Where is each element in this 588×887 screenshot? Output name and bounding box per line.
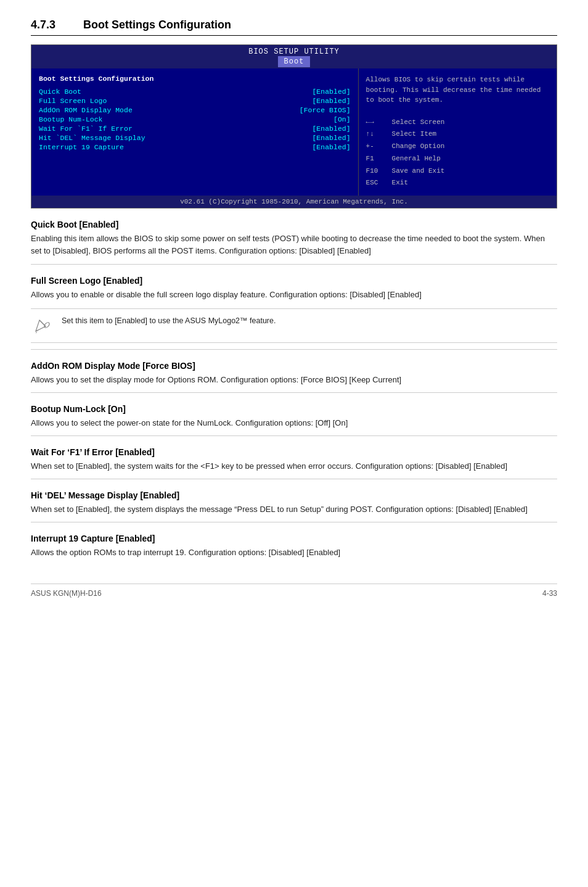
section-title: 4.7.3 Boot Settings Configuration [31, 19, 557, 36]
content-item-hit-del: Hit ‘DEL’ Message Display [Enabled]When … [31, 490, 557, 522]
section-divider [31, 392, 557, 393]
nav-item: ↑↓Select Item [366, 128, 549, 141]
section-heading: Boot Settings Configuration [83, 19, 231, 31]
bios-body: Boot Settings Configuration Quick Boot[E… [31, 68, 557, 196]
heading-interrupt-19: Interrupt 19 Capture [Enabled] [31, 534, 557, 543]
section-divider [31, 479, 557, 479]
bios-right-panel: Allows BIOS to skip certain tests while … [359, 68, 557, 196]
nav-key: F1 [366, 153, 390, 165]
body-quick-boot: Enabling this item allows the BIOS to sk… [31, 233, 557, 257]
heading-full-screen-logo: Full Screen Logo [Enabled] [31, 276, 557, 286]
bios-item[interactable]: Wait For `F1` If Error[Enabled] [39, 125, 351, 133]
bios-item[interactable]: Quick Boot[Enabled] [39, 88, 351, 96]
bios-item-value: [Enabled] [312, 143, 350, 151]
nav-item: ←→Select Screen [366, 117, 549, 129]
content-item-bootup-numlock: Bootup Num-Lock [On]Allows you to select… [31, 404, 557, 436]
svg-point-0 [43, 321, 50, 328]
body-full-screen-logo: Allows you to enable or disable the full… [31, 289, 557, 301]
content-item-full-screen-logo: Full Screen Logo [Enabled]Allows you to … [31, 276, 557, 350]
bios-item[interactable]: Hit `DEL` Message Display[Enabled] [39, 134, 351, 142]
nav-item: F10Save and Exit [366, 165, 549, 178]
bios-item[interactable]: Full Screen Logo[Enabled] [39, 97, 351, 105]
svg-line-1 [36, 332, 37, 333]
bios-item-key: Quick Boot [39, 88, 81, 96]
bios-item-key: Full Screen Logo [39, 97, 107, 105]
bios-item[interactable]: Bootup Num-Lock[On] [39, 115, 351, 123]
nav-desc: Select Item [392, 128, 437, 141]
page-footer: ASUS KGN(M)H-D16 4-33 [31, 584, 557, 598]
bios-section-label: Boot Settings Configuration [39, 75, 351, 83]
bios-item[interactable]: Interrupt 19 Capture[Enabled] [39, 143, 351, 151]
section-number: 4.7.3 [31, 19, 55, 31]
bios-item-value: [Force BIOS] [300, 106, 351, 114]
heading-quick-boot: Quick Boot [Enabled] [31, 220, 557, 229]
nav-key: +- [366, 141, 390, 153]
nav-desc: Exit [392, 177, 408, 189]
content-sections: Quick Boot [Enabled]Enabling this item a… [31, 220, 557, 559]
nav-desc: Save and Exit [392, 165, 445, 178]
bios-active-tab[interactable]: Boot [278, 56, 311, 67]
bios-items: Quick Boot[Enabled]Full Screen Logo[Enab… [39, 88, 351, 151]
nav-desc: Change Option [392, 141, 445, 153]
footer-left: ASUS KGN(M)H-D16 [31, 589, 102, 598]
bios-left-panel: Boot Settings Configuration Quick Boot[E… [31, 68, 359, 196]
bios-item[interactable]: AddOn ROM Display Mode[Force BIOS] [39, 106, 351, 114]
bios-footer: v02.61 (C)Copyright 1985-2010, American … [31, 196, 557, 208]
content-item-quick-boot: Quick Boot [Enabled]Enabling this item a… [31, 220, 557, 264]
section-divider [31, 522, 557, 522]
bios-item-key: Hit `DEL` Message Display [39, 134, 145, 142]
bios-nav: ←→Select Screen↑↓Select Item+-Change Opt… [366, 117, 549, 190]
body-interrupt-19: Allows the option ROMs to trap interrupt… [31, 547, 557, 559]
pencil-icon [31, 314, 54, 337]
nav-key: ↑↓ [366, 128, 390, 141]
body-wait-f1: When set to [Enabled], the system waits … [31, 460, 557, 472]
heading-addon-rom: AddOn ROM Display Mode [Force BIOS] [31, 361, 557, 371]
bios-item-key: Interrupt 19 Capture [39, 143, 124, 151]
nav-item: ESCExit [366, 177, 549, 189]
nav-desc: Select Screen [392, 117, 445, 129]
body-hit-del: When set to [Enabled], the system displa… [31, 503, 557, 516]
nav-item: F1General Help [366, 153, 549, 165]
bios-title: BIOS SETUP UTILITY [248, 47, 340, 56]
content-item-interrupt-19: Interrupt 19 Capture [Enabled]Allows the… [31, 534, 557, 559]
section-divider [31, 435, 557, 436]
nav-key: F10 [366, 165, 390, 178]
heading-wait-f1: Wait For ‘F1’ If Error [Enabled] [31, 447, 557, 457]
bios-item-key: Wait For `F1` If Error [39, 125, 133, 133]
section-divider [31, 349, 557, 350]
bios-header: BIOS SETUP UTILITY Boot [31, 45, 557, 68]
heading-hit-del: Hit ‘DEL’ Message Display [Enabled] [31, 490, 557, 500]
body-bootup-numlock: Allows you to select the power-on state … [31, 417, 557, 429]
bios-item-value: [Enabled] [312, 125, 350, 133]
bios-item-value: [On] [333, 115, 351, 123]
bios-item-value: [Enabled] [312, 97, 350, 105]
bios-box: BIOS SETUP UTILITY Boot Boot Settings Co… [31, 44, 557, 208]
heading-bootup-numlock: Bootup Num-Lock [On] [31, 404, 557, 414]
bios-help-text: Allows BIOS to skip certain tests while … [366, 75, 549, 105]
bios-item-value: [Enabled] [312, 134, 350, 142]
section-divider [31, 264, 557, 265]
nav-item: +-Change Option [366, 141, 549, 153]
content-item-addon-rom: AddOn ROM Display Mode [Force BIOS]Allow… [31, 361, 557, 393]
bios-item-key: Bootup Num-Lock [39, 115, 103, 123]
nav-key: ESC [366, 177, 390, 189]
nav-desc: General Help [392, 153, 441, 165]
note-box: Set this item to [Enabled] to use the AS… [31, 308, 557, 343]
bios-item-value: [Enabled] [312, 88, 350, 96]
footer-right: 4-33 [542, 589, 557, 598]
content-item-wait-f1: Wait For ‘F1’ If Error [Enabled]When set… [31, 447, 557, 479]
note-text: Set this item to [Enabled] to use the AS… [62, 314, 276, 325]
body-addon-rom: Allows you to set the display mode for O… [31, 374, 557, 386]
bios-item-key: AddOn ROM Display Mode [39, 106, 133, 114]
nav-key: ←→ [366, 117, 390, 129]
